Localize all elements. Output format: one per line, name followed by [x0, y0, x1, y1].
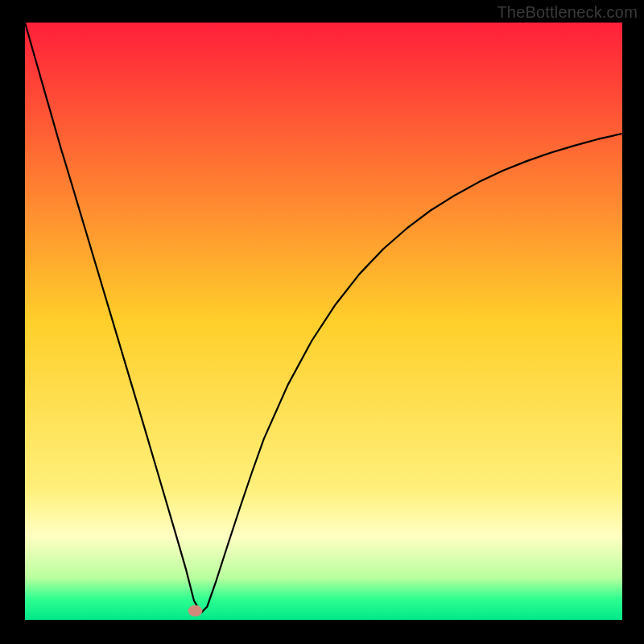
chart-stage: TheBottleneck.com — [0, 0, 644, 644]
watermark-text: TheBottleneck.com — [497, 3, 638, 22]
chart-svg — [0, 0, 644, 644]
data-marker — [188, 605, 202, 617]
